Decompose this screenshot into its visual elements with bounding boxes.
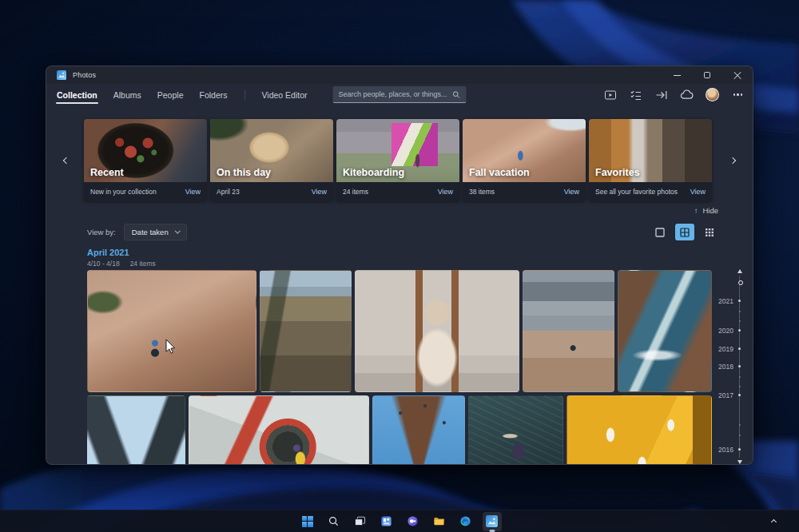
- edge-button[interactable]: [456, 512, 475, 531]
- album-view-link[interactable]: View: [185, 188, 201, 196]
- close-button[interactable]: [722, 66, 753, 84]
- task-view-button[interactable]: [351, 512, 370, 531]
- dropdown-value: Date taken: [132, 228, 169, 236]
- start-button[interactable]: [298, 512, 317, 531]
- photo-ocean-cliff[interactable]: [618, 270, 712, 392]
- timeline-down-arrow[interactable]: [737, 460, 742, 464]
- tab-collection[interactable]: Collection: [56, 87, 98, 103]
- widgets-button[interactable]: [377, 512, 396, 531]
- widgets-icon: [380, 515, 392, 527]
- single-view-toggle[interactable]: [650, 224, 670, 240]
- album-card-fall-vacation[interactable]: Fall vacation 38 items View: [463, 119, 586, 201]
- album-title: On this day: [217, 167, 271, 178]
- tab-albums[interactable]: Albums: [113, 87, 142, 103]
- photo-dog-chair[interactable]: [355, 270, 519, 392]
- medium-grid-toggle-selected[interactable]: [675, 224, 694, 240]
- show-hidden-icons-button[interactable]: [765, 514, 781, 530]
- carousel-next-button[interactable]: [725, 143, 741, 178]
- timeline-year-2019[interactable]: 2019: [714, 345, 733, 353]
- timeline-year-2017[interactable]: 2017: [714, 391, 733, 399]
- albums-carousel: Recent New in your collection View On th…: [84, 119, 712, 202]
- see-more-button[interactable]: [731, 88, 745, 101]
- select-multiple-button[interactable]: [629, 88, 642, 101]
- taskbar-search-button[interactable]: [324, 512, 344, 531]
- hide-carousel-button[interactable]: ↑ Hide: [694, 206, 718, 215]
- titlebar[interactable]: Photos: [46, 66, 753, 84]
- file-explorer-icon: [433, 515, 445, 527]
- tab-folders[interactable]: Folders: [198, 87, 228, 103]
- single-view-icon: [654, 227, 666, 238]
- timeline-dot: [738, 329, 741, 332]
- layout-toggles: [650, 224, 719, 240]
- chat-button[interactable]: [403, 512, 423, 531]
- timeline-dot: [738, 448, 741, 451]
- photo-row-2: [87, 395, 712, 465]
- tab-video-editor[interactable]: Video Editor: [261, 87, 308, 103]
- chevron-right-icon: [729, 157, 736, 164]
- search-icon: [328, 515, 340, 527]
- album-title: Kiteboarding: [343, 167, 404, 178]
- taskbar-icons: [298, 512, 502, 531]
- import-button[interactable]: [654, 88, 668, 101]
- item-count: 24 items: [130, 260, 156, 268]
- timeline-thumb[interactable]: [738, 280, 743, 285]
- photos-app-window: Photos Collection Albums People Folders …: [46, 66, 753, 465]
- timeline-up-arrow[interactable]: [737, 269, 742, 273]
- nav-tabs: Collection Albums People Folders Video E…: [56, 87, 308, 103]
- timeline-tick: [739, 424, 741, 426]
- taskbar-photos-button-active[interactable]: [483, 512, 502, 531]
- screen: Photos Collection Albums People Folders …: [0, 0, 799, 532]
- timeline-year-2016[interactable]: 2016: [714, 446, 733, 454]
- more-icon: [733, 93, 743, 95]
- timeline-year-2018[interactable]: 2018: [714, 363, 733, 371]
- small-grid-toggle[interactable]: [700, 224, 719, 240]
- photo-star-spire[interactable]: [372, 395, 465, 465]
- photo-hiker-rocks[interactable]: [87, 270, 256, 392]
- timeline-tick: [739, 386, 741, 387]
- album-title: Recent: [90, 167, 124, 178]
- import-icon: [655, 89, 668, 101]
- photo-aerial-city[interactable]: [260, 270, 352, 392]
- tab-people[interactable]: People: [157, 87, 185, 103]
- hide-label: Hide: [702, 206, 718, 215]
- photo-rocky-shore[interactable]: [523, 270, 614, 392]
- minimize-icon: [674, 75, 681, 76]
- album-card-recent[interactable]: Recent New in your collection View: [84, 119, 207, 201]
- timeline-year-2020[interactable]: 2020: [714, 327, 733, 335]
- timeline-dot: [738, 300, 741, 302]
- account-avatar[interactable]: [706, 88, 719, 101]
- tab-separator: [244, 90, 245, 100]
- search-input[interactable]: [339, 90, 452, 98]
- album-view-link[interactable]: View: [312, 188, 327, 196]
- date-taken-dropdown[interactable]: Date taken: [124, 224, 187, 240]
- photo-swimmer[interactable]: [468, 395, 563, 465]
- search-icon[interactable]: [452, 90, 461, 99]
- medium-grid-icon: [679, 227, 690, 238]
- album-card-favorites[interactable]: Favorites See all your favorite photos V…: [589, 119, 712, 201]
- photo-eiffel-below[interactable]: [87, 395, 185, 465]
- timeline-scrollbar[interactable]: 2021 2020 2019 2018 2017 2016: [713, 268, 749, 464]
- timeline-dot: [738, 347, 741, 350]
- onedrive-button[interactable]: [680, 88, 694, 101]
- slideshow-button[interactable]: [603, 88, 617, 101]
- view-by-label: View by:: [87, 228, 116, 236]
- timeline-year-2021[interactable]: 2021: [714, 297, 733, 305]
- album-view-link[interactable]: View: [438, 188, 453, 196]
- mouse-cursor: [165, 339, 176, 357]
- album-card-kiteboarding[interactable]: Kiteboarding 24 items View: [336, 119, 459, 201]
- carousel-prev-button[interactable]: [58, 143, 74, 178]
- maximize-button[interactable]: [692, 66, 722, 84]
- file-explorer-button[interactable]: [430, 512, 449, 531]
- album-view-link[interactable]: View: [690, 188, 706, 196]
- album-view-link[interactable]: View: [564, 188, 579, 196]
- minimize-button[interactable]: [662, 66, 692, 84]
- photo-boat-overhead[interactable]: [189, 395, 369, 465]
- multiselect-icon: [630, 89, 642, 101]
- search-box[interactable]: [333, 86, 467, 103]
- album-card-on-this-day[interactable]: On this day April 23 View: [210, 119, 333, 201]
- timeline-tick: [739, 320, 741, 322]
- up-arrow-icon: ↑: [694, 206, 698, 215]
- photo-yellow-building[interactable]: [566, 395, 712, 465]
- taskbar: [0, 510, 799, 532]
- month-group-title[interactable]: April 2021: [87, 248, 129, 257]
